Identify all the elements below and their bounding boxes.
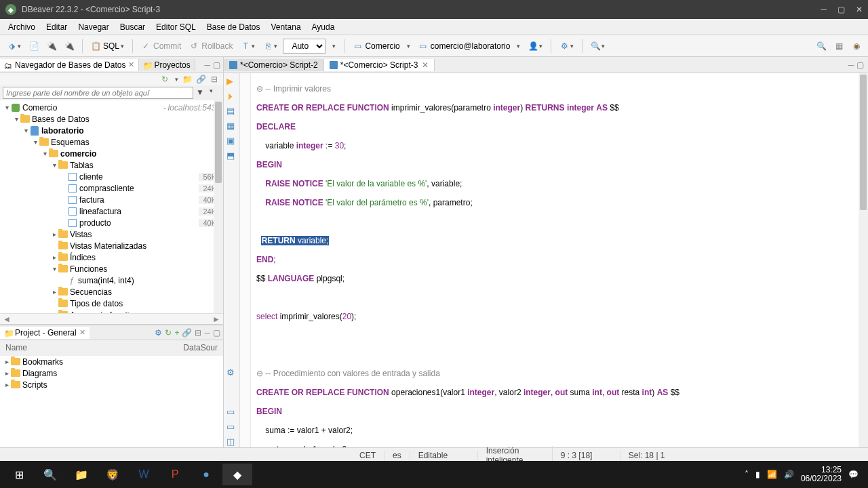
close-icon[interactable]: ✕ — [128, 60, 134, 69]
brave-icon[interactable]: 🦁 — [98, 464, 127, 485]
tree-database[interactable]: ▾laboratorio — [0, 125, 223, 136]
menu-ayuda[interactable]: Ayuda — [307, 21, 340, 33]
search-tb-button[interactable]: 🔍▾ — [588, 40, 608, 52]
powerpoint-icon[interactable]: P — [160, 464, 190, 485]
table-row[interactable]: comprascliente24K — [0, 182, 223, 194]
menu-buscar[interactable]: Buscar — [115, 21, 151, 33]
tree-scrollbar[interactable] — [214, 100, 223, 313]
explain-icon[interactable]: ▤ — [226, 106, 237, 117]
close-icon[interactable]: ✕ — [79, 328, 85, 337]
panel2-icon[interactable]: ▭ — [226, 422, 237, 432]
menu-navegar[interactable]: Navegar — [73, 21, 114, 33]
tab-projects[interactable]: 📁 Proyectos — [139, 59, 195, 71]
sql-editor[interactable]: ⊖ -- Imprimir valores CREATE OR REPLACE … — [251, 73, 868, 447]
panel3-icon[interactable]: ◫ — [226, 436, 237, 447]
word-icon[interactable]: W — [129, 464, 159, 485]
volume-icon[interactable]: 🔊 — [784, 470, 794, 479]
txn-mode-button[interactable]: ⎘▾ — [260, 40, 280, 52]
maximize-panel-icon[interactable]: ▢ — [856, 60, 864, 70]
run-icon[interactable]: ▶ — [226, 76, 237, 87]
user-button[interactable]: 👤▾ — [526, 40, 545, 52]
table-row[interactable]: lineafactura24K — [0, 205, 223, 217]
commit-button[interactable]: ✓Commit — [138, 40, 184, 52]
tree-function-item[interactable]: ƒsuma(int4, int4) — [0, 274, 223, 286]
clock[interactable]: 13:25 06/02/2023 — [801, 466, 842, 483]
maximize-button[interactable]: ▢ — [837, 5, 845, 14]
tree-aggfunc[interactable]: Aggregate functions — [0, 309, 223, 313]
load-icon[interactable]: ⬒ — [226, 150, 237, 161]
minimize-button[interactable]: ─ — [821, 5, 827, 14]
connection-dropdown[interactable]: ▭Comercio▾ — [350, 40, 412, 52]
tab-db-navigator[interactable]: 🗂 Navegador de Bases de Datos ✕ — [0, 59, 139, 71]
export-icon[interactable]: ▣ — [226, 136, 237, 146]
menu-editor-sql[interactable]: Editor SQL — [151, 21, 201, 33]
collapse-icon[interactable]: ⊟ — [210, 75, 219, 84]
tree-tables[interactable]: ▾Tablas — [0, 159, 223, 171]
add-icon[interactable]: + — [174, 328, 179, 338]
menu-base-de-datos[interactable]: Base de Datos — [201, 21, 266, 33]
start-button[interactable]: ⊞ — [4, 464, 34, 485]
chevron-up-icon[interactable]: ˄ — [745, 470, 749, 479]
tree-schema-comercio[interactable]: ▾comercio — [0, 148, 223, 159]
collapse-icon[interactable]: ⊟ — [195, 328, 201, 338]
tree-mviews[interactable]: Vistas Materializadas — [0, 240, 223, 251]
notifications-icon[interactable]: 💬 — [848, 470, 859, 479]
txn-button[interactable]: T▾ — [238, 40, 258, 52]
open-button[interactable]: 📄 — [26, 40, 41, 52]
refresh-icon[interactable]: ↻ — [165, 328, 172, 338]
run-script-icon[interactable]: ⏵ — [226, 91, 237, 102]
app-icon[interactable]: ● — [191, 464, 221, 485]
maximize-panel-icon[interactable]: ▢ — [213, 60, 220, 70]
scroll-left-icon[interactable]: ◄ — [3, 314, 11, 324]
tree-databases[interactable]: ▾Bases de Datos — [0, 113, 223, 125]
database-dropdown[interactable]: ▭comercio@laboratorio▾ — [416, 40, 524, 52]
search-icon[interactable]: 🔍 — [814, 40, 829, 52]
table-row[interactable]: producto40K — [0, 217, 223, 228]
dbeaver-logo-icon[interactable]: ◉ — [849, 40, 864, 52]
auto-select[interactable]: Auto — [283, 39, 326, 54]
minimize-panel-icon[interactable]: ─ — [204, 328, 210, 338]
gear-icon[interactable]: ⚙ — [226, 367, 237, 378]
maximize-panel-icon[interactable]: ▢ — [213, 328, 220, 338]
tree-functions[interactable]: ▾Funciones — [0, 263, 223, 274]
minimize-panel-icon[interactable]: ─ — [204, 60, 210, 70]
table-row[interactable]: factura40K — [0, 194, 223, 205]
tree-datatypes[interactable]: Tipos de datos — [0, 298, 223, 309]
system-tray[interactable]: ˄ ▮ 📶 🔊 13:25 06/02/2023 💬 — [745, 466, 864, 483]
list-item[interactable]: ▸Scripts — [0, 379, 223, 390]
minimize-panel-icon[interactable]: ─ — [848, 60, 854, 70]
menu-editar[interactable]: Editar — [41, 21, 73, 33]
filter-icon[interactable]: ▼ — [196, 87, 207, 98]
tab-script-2[interactable]: *<Comercio> Script-2 — [224, 59, 324, 71]
battery-icon[interactable]: ▮ — [755, 470, 760, 479]
filter-dd-icon[interactable]: ▾ — [210, 87, 220, 98]
fold-gutter[interactable] — [240, 73, 251, 447]
project-tree[interactable]: ▸Bookmarks ▸Diagrams ▸Scripts — [0, 356, 223, 447]
perspective-button[interactable]: ▦ — [831, 40, 846, 52]
link-icon[interactable]: 🔗 — [196, 75, 205, 84]
scroll-right-icon[interactable]: ► — [212, 314, 220, 324]
menu-archivo[interactable]: Archivo — [3, 21, 41, 33]
tree-views[interactable]: ▸Vistas — [0, 228, 223, 240]
close-button[interactable]: ✕ — [856, 5, 863, 14]
search-input[interactable] — [3, 87, 193, 99]
plan-icon[interactable]: ▦ — [226, 121, 237, 131]
editor-scrollbar[interactable] — [859, 73, 868, 447]
connect-button[interactable]: 🔌 — [44, 40, 59, 52]
dbeaver-task-icon[interactable]: ◆ — [222, 464, 252, 485]
tab-project[interactable]: 📁 Project - General ✕ — [0, 327, 90, 339]
search-button[interactable]: 🔍 — [35, 464, 65, 485]
disconnect-button[interactable]: 🔌 — [62, 40, 77, 52]
tree-sequences[interactable]: ▸Secuencias — [0, 286, 223, 298]
menu-ventana[interactable]: Ventana — [266, 21, 307, 33]
close-icon[interactable]: ✕ — [422, 60, 429, 70]
tree-indexes[interactable]: ▸Índices — [0, 251, 223, 263]
list-item[interactable]: ▸Diagrams — [0, 367, 223, 379]
new-folder-icon[interactable]: 📁 — [182, 75, 192, 84]
auto-dd[interactable]: ▾ — [328, 41, 338, 51]
refresh-icon[interactable]: ↻ — [160, 75, 170, 84]
panel-icon[interactable]: ▭ — [226, 407, 237, 418]
db-tree[interactable]: ▾Comercio- localhost:5432 ▾Bases de Dato… — [0, 100, 223, 313]
sql-button[interactable]: 📋SQL▾ — [88, 40, 127, 52]
link-icon[interactable]: 🔗 — [182, 328, 192, 338]
